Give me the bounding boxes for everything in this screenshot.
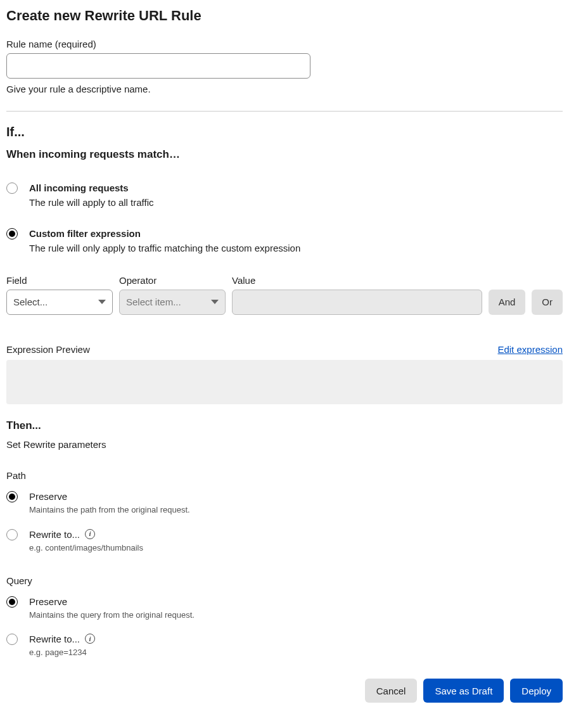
radio-custom-desc: The rule will only apply to traffic matc… [29,241,300,255]
radio-custom-filter[interactable] [6,228,18,239]
expression-preview-header: Expression Preview Edit expression [6,343,563,356]
path-rewrite-desc: e.g. content/images/thumbnails [29,542,143,554]
path-preserve-option[interactable]: Preserve Maintains the path from the ori… [6,490,563,516]
radio-option-all-requests[interactable]: All incoming requests The rule will appl… [6,181,563,209]
value-label: Value [232,274,482,287]
info-icon[interactable]: i [85,634,95,644]
expression-preview-label: Expression Preview [6,343,90,356]
rule-name-input[interactable] [6,53,310,79]
radio-option-custom-filter[interactable]: Custom filter expression The rule will o… [6,227,563,255]
path-preserve-desc: Maintains the path from the original req… [29,504,190,516]
query-preserve-option[interactable]: Preserve Maintains the query from the or… [6,595,563,621]
field-select-value: Select... [13,295,48,309]
query-rewrite-title: Rewrite to... i [29,632,95,646]
path-rewrite-option[interactable]: Rewrite to... i e.g. content/images/thum… [6,528,563,554]
divider [6,111,563,112]
rule-name-label: Rule name (required) [6,37,563,51]
radio-path-rewrite[interactable] [6,529,18,540]
then-heading: Then... [6,418,563,433]
operator-label: Operator [119,274,226,287]
radio-all-content: All incoming requests The rule will appl… [29,181,153,209]
radio-custom-title: Custom filter expression [29,227,300,240]
radio-query-rewrite[interactable] [6,634,18,645]
path-block: Path Preserve Maintains the path from th… [6,469,563,553]
radio-all-requests[interactable] [6,182,18,194]
if-heading: If... [6,123,563,141]
query-rewrite-option[interactable]: Rewrite to... i e.g. page=1234 [6,632,563,658]
radio-all-desc: The rule will apply to all traffic [29,196,153,209]
and-button[interactable]: And [489,290,526,315]
path-preserve-title: Preserve [29,490,190,503]
path-label: Path [6,469,563,482]
or-button[interactable]: Or [532,290,563,315]
expression-builder-row: Field Select... Operator Select item... … [6,274,563,315]
radio-all-title: All incoming requests [29,181,153,195]
radio-path-preserve[interactable] [6,491,18,502]
deploy-button[interactable]: Deploy [510,679,563,703]
cancel-button[interactable]: Cancel [365,679,418,703]
query-preserve-title: Preserve [29,595,195,608]
operator-column: Operator Select item... [119,274,226,315]
operator-select-value: Select item... [126,295,181,309]
operator-select[interactable]: Select item... [119,290,226,315]
field-column: Field Select... [6,274,113,315]
query-label: Query [6,574,563,587]
edit-expression-link[interactable]: Edit expression [497,343,563,356]
value-column: Value [232,274,482,315]
page-title: Create new Rewrite URL Rule [6,6,563,26]
save-draft-button[interactable]: Save as Draft [423,679,504,703]
query-rewrite-desc: e.g. page=1234 [29,647,95,658]
radio-custom-content: Custom filter expression The rule will o… [29,227,300,255]
path-rewrite-title: Rewrite to... i [29,528,143,541]
rule-name-group: Rule name (required) Give your rule a de… [6,37,563,96]
radio-query-preserve[interactable] [6,596,18,608]
field-select[interactable]: Select... [6,290,113,315]
action-button-row: Cancel Save as Draft Deploy [6,679,563,703]
info-icon[interactable]: i [85,529,95,539]
query-preserve-desc: Maintains the query from the original re… [29,610,195,621]
if-subheading: When incoming requests match… [6,147,563,162]
query-block: Query Preserve Maintains the query from … [6,574,563,658]
chevron-down-icon [211,300,219,304]
field-label: Field [6,274,113,287]
rule-name-help: Give your rule a descriptive name. [6,82,563,96]
value-input[interactable] [232,290,482,315]
then-subtext: Set Rewrite parameters [6,438,563,451]
chevron-down-icon [98,300,106,304]
expression-preview-box [6,360,563,404]
